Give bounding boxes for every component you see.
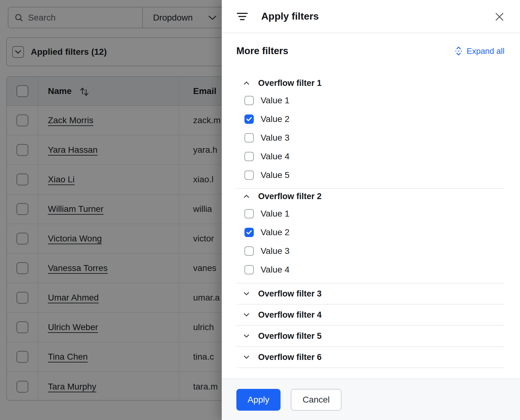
panel-title: Apply filters <box>261 11 319 22</box>
panel-body: More filters Expand all Overflow filter … <box>222 33 520 379</box>
filter-section: Overflow filter 6 <box>236 347 504 368</box>
filter-section-toggle[interactable]: Overflow filter 5 <box>236 326 504 346</box>
filter-section: Overflow filter 5 <box>236 326 504 347</box>
filter-section: Overflow filter 2 Value 1 Value 2 <box>236 189 504 283</box>
checkbox-unchecked[interactable] <box>244 152 254 161</box>
checkbox-unchecked[interactable] <box>244 96 254 105</box>
option-label: Value 4 <box>261 265 290 275</box>
filter-options: Value 1 Value 2 Value 3 Value 4 <box>236 91 504 188</box>
option-label: Value 1 <box>261 96 290 105</box>
filter-section-label: Overflow filter 2 <box>258 192 322 201</box>
checkbox-unchecked[interactable] <box>244 265 254 274</box>
checkbox-unchecked[interactable] <box>244 170 254 180</box>
filter-sections: Overflow filter 1 Value 1 Value 2 <box>236 76 504 368</box>
chevron-down-icon <box>244 355 249 359</box>
cancel-button[interactable]: Cancel <box>291 389 341 411</box>
modal-scrim[interactable] <box>0 0 222 420</box>
filter-section-toggle[interactable]: Overflow filter 6 <box>236 347 504 367</box>
panel-header: Apply filters <box>222 0 520 33</box>
filter-section-label: Overflow filter 6 <box>258 352 322 362</box>
chevron-up-icon <box>244 81 249 85</box>
expand-all-button[interactable]: Expand all <box>454 46 504 56</box>
filter-section-toggle[interactable]: Overflow filter 1 <box>236 76 504 91</box>
filter-option[interactable]: Value 3 <box>244 128 504 147</box>
option-label: Value 5 <box>261 170 290 180</box>
filter-option[interactable]: Value 1 <box>244 91 504 110</box>
checkbox-unchecked[interactable] <box>244 246 254 256</box>
chevron-up-icon <box>244 194 249 198</box>
filter-icon <box>236 12 248 21</box>
option-label: Value 2 <box>261 114 290 124</box>
unfold-icon <box>454 46 463 56</box>
check-icon <box>246 230 252 235</box>
chevron-down-icon <box>244 334 249 338</box>
checkbox-checked[interactable] <box>244 228 254 237</box>
apply-button[interactable]: Apply <box>236 389 281 411</box>
check-icon <box>246 117 252 121</box>
filter-option[interactable]: Value 2 <box>244 223 504 242</box>
filter-section-label: Overflow filter 3 <box>258 289 322 299</box>
filter-section: Overflow filter 3 <box>236 283 504 305</box>
chevron-down-icon <box>244 313 249 317</box>
filter-option[interactable]: Value 5 <box>244 166 504 184</box>
checkbox-checked[interactable] <box>244 114 254 124</box>
filter-option[interactable]: Value 2 <box>244 110 504 128</box>
close-icon <box>494 12 504 22</box>
more-filters-title: More filters <box>236 45 288 57</box>
option-label: Value 3 <box>261 246 290 256</box>
filter-option[interactable]: Value 1 <box>244 204 504 223</box>
checkbox-unchecked[interactable] <box>244 133 254 142</box>
filter-section-toggle[interactable]: Overflow filter 4 <box>236 305 504 325</box>
expand-all-label: Expand all <box>467 46 504 56</box>
filter-section-label: Overflow filter 1 <box>258 78 322 88</box>
filter-section-toggle[interactable]: Overflow filter 2 <box>236 189 504 204</box>
checkbox-unchecked[interactable] <box>244 209 254 218</box>
filter-option[interactable]: Value 4 <box>244 260 504 279</box>
filter-section-label: Overflow filter 4 <box>258 310 322 320</box>
filter-section: Overflow filter 1 Value 1 Value 2 <box>236 76 504 189</box>
filter-option[interactable]: Value 4 <box>244 147 504 166</box>
filter-section-label: Overflow filter 5 <box>258 331 322 341</box>
option-label: Value 2 <box>261 227 290 237</box>
filter-section: Overflow filter 4 <box>236 305 504 326</box>
option-label: Value 3 <box>261 133 290 143</box>
filter-option[interactable]: Value 3 <box>244 242 504 260</box>
option-label: Value 4 <box>261 152 290 161</box>
close-button[interactable] <box>492 9 507 24</box>
panel-footer: Apply Cancel <box>222 379 520 420</box>
apply-filters-panel: Apply filters More filters Expand all <box>222 0 520 420</box>
filter-options: Value 1 Value 2 Value 3 Value 4 <box>236 204 504 283</box>
chevron-down-icon <box>244 292 249 296</box>
option-label: Value 1 <box>261 209 290 219</box>
more-filters-header: More filters Expand all <box>236 44 504 58</box>
filter-section-toggle[interactable]: Overflow filter 3 <box>236 283 504 304</box>
